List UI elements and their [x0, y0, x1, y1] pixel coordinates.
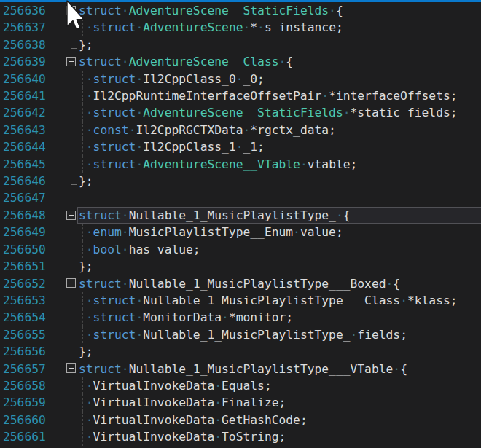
code-text: ·struct·AdventureScene·*·s_instance; [79, 19, 343, 36]
fold-region-line [71, 446, 71, 448]
fold-region-end-tick [71, 270, 77, 270]
line-number: 256642 [3, 104, 46, 121]
fold-region-line [71, 309, 71, 326]
code-line[interactable]: 256661 ·VirtualInvokeData·ToString; [0, 428, 481, 445]
fold-region-line [71, 394, 71, 411]
code-line[interactable]: 256654 ·struct·MonitorData·*monitor; [0, 309, 481, 326]
fold-collapse-button[interactable] [66, 57, 76, 66]
code-line[interactable]: 256639struct·AdventureScene__Class·{ [0, 53, 481, 70]
code-text: ·bool·has_value; [79, 241, 200, 258]
code-line[interactable]: 256651}; [0, 258, 481, 275]
code-text: ·enum·MusicPlaylistType__Enum·value; [79, 224, 343, 240]
line-number: 256657 [3, 361, 46, 377]
line-number: 256637 [3, 19, 46, 36]
code-text: struct·AdventureScene__Class·{ [79, 53, 293, 70]
code-line[interactable]: 256660 ·VirtualInvokeData·GetHashCode; [0, 412, 481, 428]
code-line[interactable]: 256640 ·struct·Il2CppClass_0·_0; [0, 71, 481, 87]
code-text: ·struct·AdventureScene__VTable·vtable; [79, 156, 357, 173]
line-number: 256646 [3, 173, 46, 189]
fold-region-line [71, 156, 71, 173]
code-line[interactable]: 256641 ·Il2CppRuntimeInterfaceOffsetPair… [0, 87, 481, 104]
fold-region-end-tick [71, 355, 77, 355]
code-line[interactable]: 256645 ·struct·AdventureScene__VTable·vt… [0, 156, 481, 173]
code-text: }; [79, 258, 93, 275]
line-number: 256639 [3, 53, 46, 70]
code-text: ·Il2CppRuntimeInterfaceOffsetPair·*inter… [79, 87, 458, 104]
fold-region-line [71, 224, 71, 240]
fold-collapse-button[interactable] [66, 278, 76, 288]
code-text: ·struct·Nullable_1_MusicPlaylistType_·fi… [79, 326, 407, 343]
fold-region-line [71, 343, 71, 355]
line-number: 256640 [3, 71, 46, 87]
line-number: 256656 [3, 343, 46, 360]
code-line[interactable]: 256638}; [0, 36, 481, 53]
code-text: struct·Nullable_1_MusicPlaylistType___VT… [79, 361, 407, 377]
code-line[interactable]: 256647 [0, 189, 481, 206]
code-text: }; [79, 36, 93, 53]
fold-region-line [71, 241, 71, 258]
code-line[interactable]: 256636struct·AdventureScene__StaticField… [0, 2, 481, 19]
fold-region-line [71, 189, 71, 206]
line-number: 256649 [3, 224, 46, 240]
code-text: ·VirtualInvokeData·Equals; [79, 377, 272, 394]
fold-collapse-button[interactable] [66, 211, 76, 220]
code-line[interactable]: } [0, 446, 481, 448]
line-number: 256650 [3, 241, 46, 258]
code-line[interactable]: 256655 ·struct·Nullable_1_MusicPlaylistT… [0, 326, 481, 343]
code-line[interactable]: 256642 ·struct·AdventureScene__StaticFie… [0, 104, 481, 121]
fold-region-line [71, 104, 71, 121]
code-text: ·const·Il2CppRGCTXData·*rgctx_data; [79, 122, 336, 138]
fold-region-end-tick [71, 184, 77, 185]
fold-region-line [71, 326, 71, 343]
fold-region-line [71, 258, 71, 270]
code-text: struct·Nullable_1_MusicPlaylistType_·{ [79, 207, 351, 224]
line-number: 256636 [3, 2, 46, 19]
code-line[interactable]: 256657struct·Nullable_1_MusicPlaylistTyp… [0, 361, 481, 377]
code-line[interactable]: 256650 ·bool·has_value; [0, 241, 481, 258]
code-line[interactable]: 256643 ·const·Il2CppRGCTXData·*rgctx_dat… [0, 122, 481, 138]
line-number: 256661 [3, 428, 46, 445]
fold-region-line [71, 173, 71, 185]
line-number: 256648 [3, 207, 46, 224]
fold-region-line [71, 292, 71, 309]
line-number: 256658 [3, 377, 46, 394]
line-number: 256651 [3, 258, 46, 275]
code-text: }; [79, 173, 93, 189]
code-text: ·VirtualInvokeData·ToString; [79, 428, 286, 445]
code-text: ·struct·MonitorData·*monitor; [79, 309, 293, 326]
code-text: struct·Nullable_1_MusicPlaylistType___Bo… [79, 275, 400, 292]
fold-collapse-button[interactable] [66, 6, 76, 15]
line-number: 256654 [3, 309, 46, 326]
fold-region-line [71, 428, 71, 445]
code-text: ·VirtualInvokeData·Finalize; [79, 394, 286, 411]
fold-region-line [71, 71, 71, 87]
line-number: 256653 [3, 292, 46, 309]
fold-region-line [71, 122, 71, 138]
fold-region-line [71, 412, 71, 428]
fold-region-line [71, 19, 71, 36]
line-number: 256645 [3, 156, 46, 173]
code-line[interactable]: 256656}; [0, 343, 481, 360]
code-line[interactable]: 256659 ·VirtualInvokeData·Finalize; [0, 394, 481, 411]
code-text: ·struct·Il2CppClass_1·_1; [79, 138, 265, 155]
code-text: struct·AdventureScene__StaticFields·{ [79, 2, 343, 19]
fold-region-end-tick [71, 48, 77, 49]
code-line[interactable]: 256648struct·Nullable_1_MusicPlaylistTyp… [0, 207, 481, 224]
line-number: 256655 [3, 326, 46, 343]
code-line[interactable]: 256637 ·struct·AdventureScene·*·s_instan… [0, 19, 481, 36]
code-editor[interactable]: 256636struct·AdventureScene__StaticField… [0, 2, 481, 448]
code-line[interactable]: 256653 ·struct·Nullable_1_MusicPlaylistT… [0, 292, 481, 309]
code-line[interactable]: 256658 ·VirtualInvokeData·Equals; [0, 377, 481, 394]
fold-collapse-button[interactable] [66, 363, 76, 373]
code-text: } [79, 446, 86, 448]
line-number: 256647 [3, 189, 46, 206]
fold-region-line [71, 36, 71, 49]
code-line[interactable]: 256649 ·enum·MusicPlaylistType__Enum·val… [0, 224, 481, 240]
line-number: 256660 [3, 412, 46, 428]
code-line[interactable]: 256652struct·Nullable_1_MusicPlaylistTyp… [0, 275, 481, 292]
code-line[interactable]: 256644 ·struct·Il2CppClass_1·_1; [0, 138, 481, 155]
fold-region-line [71, 87, 71, 104]
code-text: ·VirtualInvokeData·GetHashCode; [79, 412, 308, 428]
code-line[interactable]: 256646}; [0, 173, 481, 189]
fold-region-line [71, 377, 71, 394]
